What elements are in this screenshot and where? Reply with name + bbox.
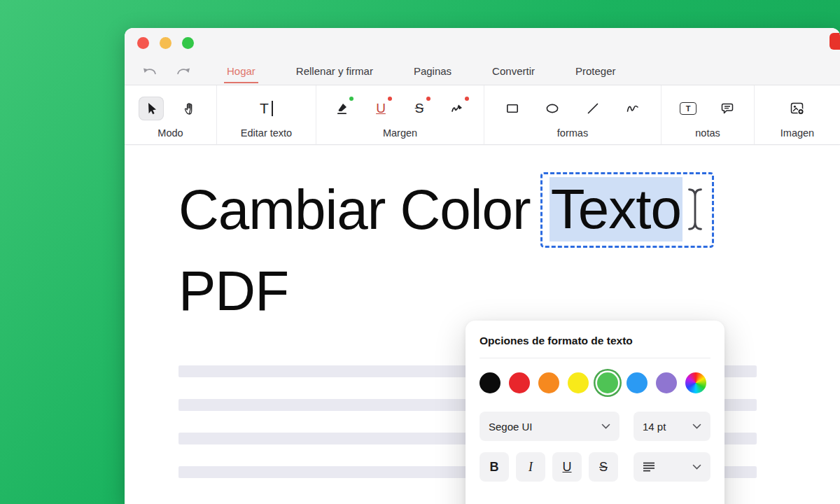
- document-heading: Cambiar Color Texto PDF: [178, 172, 714, 323]
- color-swatch-orange[interactable]: [538, 372, 559, 393]
- bold-button[interactable]: B: [479, 452, 509, 482]
- font-family-dropdown[interactable]: Segoe UI: [479, 412, 620, 441]
- title-bar: [125, 28, 840, 57]
- chevron-down-icon: [601, 424, 610, 429]
- group-label-modo: Modo: [158, 127, 183, 139]
- text-box-button[interactable]: T: [676, 97, 701, 120]
- comment-icon: [720, 102, 734, 115]
- text-box-icon: T: [680, 102, 696, 115]
- scribble-icon: [626, 102, 640, 115]
- tab-proteger[interactable]: Proteger: [573, 59, 619, 83]
- comment-button[interactable]: [715, 97, 740, 120]
- font-size-dropdown[interactable]: 14 pt: [634, 412, 710, 441]
- strikethrough-icon: S: [415, 101, 424, 116]
- edit-text-icon: T: [260, 100, 273, 117]
- color-swatch-black[interactable]: [479, 372, 500, 393]
- font-size-value: 14 pt: [643, 421, 666, 433]
- color-swatch-purple[interactable]: [656, 372, 677, 393]
- document-canvas: Cambiar Color Texto PDF Opciones de form…: [125, 146, 840, 504]
- zoom-window-button[interactable]: [182, 37, 194, 49]
- tab-rellenar-y-firmar[interactable]: Rellenar y firmar: [293, 59, 376, 83]
- text-selection-box[interactable]: Texto: [540, 172, 714, 248]
- hand-tool-button[interactable]: [178, 97, 203, 120]
- chevron-down-icon: [692, 464, 701, 470]
- group-label-formas: formas: [557, 127, 588, 139]
- edit-text-button[interactable]: T: [254, 97, 279, 120]
- tabs: Hogar Rellenar y firmar Paginas Converti…: [224, 57, 619, 85]
- toolbar: Modo T Editar texto U: [125, 85, 840, 145]
- tab-hogar[interactable]: Hogar: [224, 59, 258, 83]
- undo-button[interactable]: [141, 66, 158, 76]
- minimize-window-button[interactable]: [160, 37, 172, 49]
- redo-icon: [175, 66, 192, 76]
- signature-marker-icon: [451, 102, 465, 115]
- font-family-value: Segoe UI: [489, 421, 533, 433]
- group-label-editar-texto: Editar texto: [241, 127, 292, 139]
- tab-paginas[interactable]: Paginas: [411, 59, 454, 83]
- toolbar-group-notas: T notas: [662, 85, 755, 144]
- rectangle-shape-button[interactable]: [500, 97, 525, 120]
- group-label-imagen: Imagen: [780, 127, 814, 139]
- highlight-button[interactable]: [330, 97, 355, 120]
- ribbon-tab-bar: Hogar Rellenar y firmar Paginas Converti…: [125, 57, 840, 85]
- freehand-shape-button[interactable]: [620, 97, 645, 120]
- underline-color-dot: [388, 97, 392, 101]
- alignment-dropdown[interactable]: [634, 452, 710, 482]
- tab-convertir[interactable]: Convertir: [489, 59, 538, 83]
- chevron-down-icon: [692, 424, 701, 429]
- insert-image-button[interactable]: [785, 97, 810, 120]
- undo-icon: [141, 66, 158, 76]
- corner-badge: [830, 33, 840, 50]
- marker-button[interactable]: [445, 97, 470, 120]
- color-swatch-green-selected[interactable]: [597, 372, 618, 393]
- group-label-margen: Margen: [383, 127, 417, 139]
- pdf-editor-window: Hogar Rellenar y firmar Paginas Converti…: [125, 28, 840, 504]
- color-swatches: [479, 372, 710, 393]
- heading-text-after: PDF: [178, 259, 714, 323]
- close-window-button[interactable]: [137, 37, 149, 49]
- color-swatch-red[interactable]: [509, 372, 530, 393]
- heading-text-before: Cambiar Color: [178, 178, 531, 242]
- line-shape-button[interactable]: [580, 97, 606, 120]
- marker-color-dot: [465, 97, 469, 101]
- text-format-popup: Opciones de formato de texto Segoe UI: [465, 321, 724, 504]
- popup-title: Opciones de formato de texto: [479, 335, 710, 347]
- ellipse-shape-button[interactable]: [540, 97, 565, 120]
- highlight-color-dot: [349, 97, 354, 101]
- rectangle-icon: [505, 102, 519, 115]
- image-add-icon: [790, 101, 805, 116]
- underline-icon: U: [376, 101, 386, 116]
- highlighter-icon: [335, 102, 349, 115]
- popup-divider: [479, 358, 710, 358]
- toolbar-group-margen: U S Margen: [316, 85, 484, 144]
- color-swatch-blue[interactable]: [626, 372, 648, 393]
- redo-button[interactable]: [175, 66, 192, 76]
- ellipse-icon: [545, 102, 559, 115]
- group-label-notas: notas: [695, 127, 720, 139]
- italic-button[interactable]: I: [516, 452, 545, 482]
- toolbar-group-formas: formas: [484, 85, 662, 144]
- cursor-icon: [144, 102, 158, 115]
- select-tool-button[interactable]: [139, 97, 164, 120]
- color-swatch-custom-wheel[interactable]: [685, 372, 706, 393]
- toolbar-group-imagen: Imagen: [755, 85, 840, 144]
- selected-text[interactable]: Texto: [550, 177, 682, 241]
- align-justify-icon: [643, 462, 655, 472]
- strikethrough-style-button[interactable]: S: [589, 452, 618, 482]
- toolbar-group-editar-texto: T Editar texto: [217, 85, 316, 144]
- strikethrough-color-dot: [426, 97, 430, 101]
- underline-style-button[interactable]: U: [552, 452, 582, 482]
- hand-icon: [183, 102, 197, 115]
- color-swatch-yellow[interactable]: [568, 372, 589, 393]
- toolbar-group-modo: Modo: [125, 85, 217, 144]
- line-icon: [586, 102, 600, 115]
- strikethrough-button[interactable]: S: [407, 97, 432, 120]
- text-cursor-icon: [684, 183, 706, 236]
- underline-button[interactable]: U: [368, 97, 393, 120]
